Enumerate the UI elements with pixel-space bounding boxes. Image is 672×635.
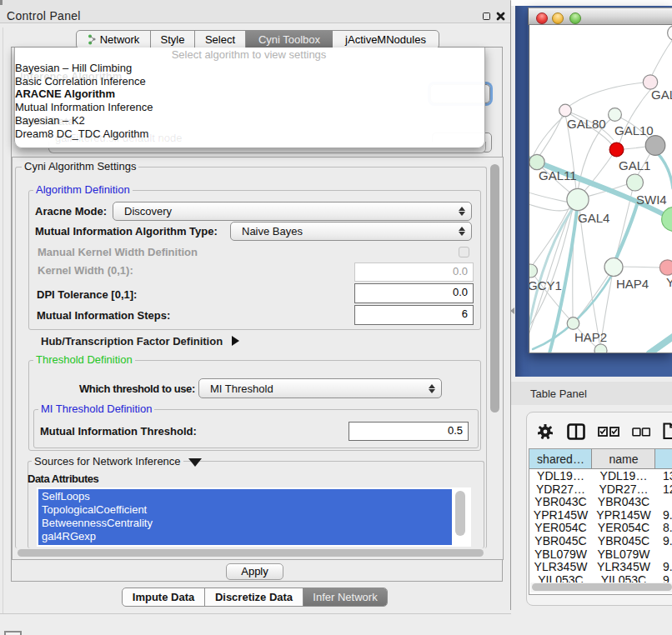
svg-text:GAL1: GAL1 [619, 158, 650, 172]
svg-text:GAL11: GAL11 [539, 168, 577, 182]
svg-text:SWI4: SWI4 [636, 192, 667, 207]
svg-text:Y: Y [666, 275, 672, 289]
svg-text:HAP2: HAP2 [574, 330, 607, 344]
svg-text:GAL4: GAL4 [578, 211, 609, 225]
svg-text:GAL2: GAL2 [651, 88, 672, 102]
svg-text:HAP4: HAP4 [616, 277, 649, 291]
svg-text:GCY1: GCY1 [529, 278, 562, 292]
svg-text:GAL10: GAL10 [614, 123, 654, 138]
svg-text:GAL80: GAL80 [567, 117, 606, 131]
